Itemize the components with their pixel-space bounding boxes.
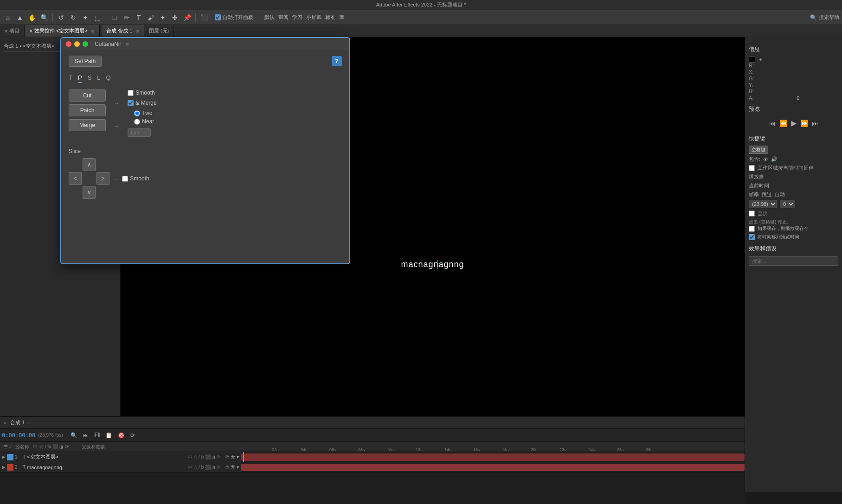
speed-select[interactable]: (23.98) — [749, 200, 777, 208]
workspace-library[interactable]: 库 — [339, 14, 344, 21]
auto-open-checkbox[interactable] — [215, 14, 221, 20]
two-radio[interactable] — [134, 110, 140, 116]
go-to-end-button[interactable]: ⏭ — [812, 120, 818, 127]
skip-select[interactable]: 0 — [780, 200, 795, 208]
layer-ctrl-fx-1[interactable]: fx — [201, 454, 205, 459]
maximize-traffic-light[interactable] — [83, 41, 88, 47]
cut-button[interactable]: Cut — [69, 89, 106, 102]
workspace-review[interactable]: 审阅 — [278, 14, 289, 21]
step-forward-button[interactable]: ⏩ — [800, 120, 808, 127]
slice-left-button[interactable]: < — [69, 172, 82, 185]
pointer-icon[interactable]: ▲ — [15, 13, 25, 23]
stamp-icon[interactable]: ✦ — [158, 13, 168, 23]
sel-path-button[interactable]: Sel Path — [69, 56, 102, 67]
transform-icon[interactable]: ✦ — [80, 13, 90, 23]
cache-play-checkbox[interactable] — [749, 226, 755, 232]
layer-ctrl-star-1[interactable]: ☆ — [193, 454, 198, 459]
workspace-standard[interactable]: 标准 — [325, 14, 335, 21]
tab-effect-controls[interactable]: × 效果控件 <空文本图层> ≡ — [25, 25, 99, 37]
help-button[interactable]: ? — [332, 56, 342, 66]
slice-up-button[interactable]: ∧ — [83, 158, 96, 171]
layer-ctrl-solo-1[interactable]: 中 — [188, 454, 193, 460]
hand-icon[interactable]: ✋ — [27, 13, 37, 23]
layer-ctrl-fx-2[interactable]: fx — [201, 465, 205, 470]
rotate-left-icon[interactable]: ↺ — [56, 13, 66, 23]
magnify-icon[interactable]: 🔍 — [39, 13, 49, 23]
layer-ctrl-slash-1[interactable]: / — [199, 454, 200, 459]
layer-ctrl-star-2[interactable]: ☆ — [193, 465, 198, 470]
minimize-traffic-light[interactable] — [74, 41, 80, 47]
pin-icon[interactable]: 📌 — [182, 13, 192, 23]
tab-layer[interactable]: 图层 (无) — [144, 25, 174, 37]
layer-ctrl-rotate-1[interactable]: ⟳ — [217, 454, 220, 459]
layer-ctrl-slash-2[interactable]: / — [199, 465, 200, 470]
merge-button[interactable]: Merge — [69, 119, 106, 131]
cache-option-checkbox[interactable] — [749, 165, 755, 171]
merge-checkbox[interactable] — [128, 100, 134, 106]
near-radio[interactable] — [134, 119, 140, 125]
timeline-ctrl-5[interactable]: ⟳ — [129, 431, 137, 440]
smooth-checkbox-label[interactable]: Smooth — [128, 89, 154, 96]
text-icon[interactable]: T — [134, 13, 144, 23]
layer-ctrl-box-2[interactable]: ⬛ — [205, 465, 211, 470]
layer-ctrl-circle-1[interactable]: ◑ — [212, 454, 216, 459]
tab-project[interactable]: × 项目 — [0, 25, 25, 37]
workspace-learn[interactable]: 学习 — [292, 14, 302, 21]
slice-smooth-label[interactable]: Smooth — [122, 175, 149, 182]
3d-icon[interactable]: ⬛ — [199, 13, 209, 23]
timeline-close-icon[interactable]: × — [4, 420, 6, 426]
timeline-tab[interactable]: 合成 1 ≡ — [10, 419, 30, 426]
tab-l[interactable]: L — [97, 74, 100, 83]
slice-right-button[interactable]: > — [96, 172, 109, 185]
tab-q[interactable]: Q — [106, 74, 111, 83]
timeline-menu-icon[interactable]: ≡ — [27, 420, 30, 426]
expand-icon-1[interactable]: ▶ — [2, 454, 6, 459]
layer-ctrl-rotate-2[interactable]: ⟳ — [217, 465, 220, 470]
slice-smooth-checkbox[interactable] — [122, 176, 128, 182]
home-icon[interactable]: ⌂ — [3, 13, 13, 23]
brush-icon[interactable]: 🖌 — [146, 13, 156, 23]
move-time-checkbox[interactable] — [749, 234, 755, 240]
timeline-ctrl-3[interactable]: 📋 — [103, 431, 114, 440]
smooth-checkbox[interactable] — [128, 90, 134, 96]
patch-button[interactable]: Patch — [69, 104, 106, 116]
close-traffic-light[interactable] — [66, 41, 71, 47]
timeline-ctrl-4[interactable]: 🎯 — [116, 431, 127, 440]
step-back-button[interactable]: ⏪ — [779, 120, 787, 127]
merge-checkbox-label[interactable]: & Merge — [128, 100, 156, 106]
effects-search-input[interactable] — [749, 256, 838, 266]
layer-track-1[interactable] — [241, 452, 745, 462]
layer-ctrl-solo-2[interactable]: 中 — [188, 464, 193, 471]
near-radio-label[interactable]: Near — [134, 118, 156, 125]
workspace-small[interactable]: 小屏幕 — [306, 14, 321, 21]
go-to-start-button[interactable]: ⏮ — [769, 120, 776, 127]
timeline-ctrl-1[interactable]: ⏭ — [81, 431, 90, 440]
marquee-icon[interactable]: ⬚ — [92, 13, 103, 23]
tab-t[interactable]: T — [69, 74, 72, 83]
layer-track-2[interactable] — [241, 462, 745, 472]
slice-down-button[interactable]: ∨ — [83, 186, 96, 199]
time-display[interactable]: 0:00:00:00 — [2, 432, 35, 439]
include-eye-icon[interactable]: 👁 — [763, 157, 768, 162]
puppet-icon[interactable]: ✤ — [170, 13, 180, 23]
shape-icon[interactable]: □ — [109, 13, 120, 23]
plugin-menu-icon[interactable]: ≡ — [126, 41, 129, 47]
rotate-right-icon[interactable]: ↻ — [68, 13, 78, 23]
fullscreen-checkbox[interactable] — [749, 211, 755, 217]
pen-icon[interactable]: ✏ — [122, 13, 132, 23]
include-audio-icon[interactable]: 🔊 — [771, 156, 778, 162]
workspace-default[interactable]: 默认 — [264, 14, 275, 21]
playhead[interactable] — [243, 452, 244, 462]
expand-icon-2[interactable]: ▶ — [2, 465, 6, 470]
tab-s[interactable]: S — [88, 74, 92, 83]
layer-parent-1[interactable]: ⟳ 无 ▾ — [225, 454, 239, 460]
tab-p[interactable]: P — [78, 74, 82, 83]
play-button[interactable]: ▶ — [791, 119, 797, 128]
search-timeline-icon[interactable]: 🔍 — [69, 431, 79, 440]
two-radio-label[interactable]: Two — [134, 110, 156, 116]
lim-input[interactable] — [128, 128, 151, 137]
timeline-ctrl-2[interactable]: 🎞 — [92, 431, 102, 440]
tab-composition[interactable]: 合成 合成 1 ≡ — [102, 25, 144, 37]
layer-ctrl-box-1[interactable]: ⬛ — [205, 454, 211, 459]
layer-parent-2[interactable]: ⟳ 无 ▾ — [225, 464, 239, 471]
